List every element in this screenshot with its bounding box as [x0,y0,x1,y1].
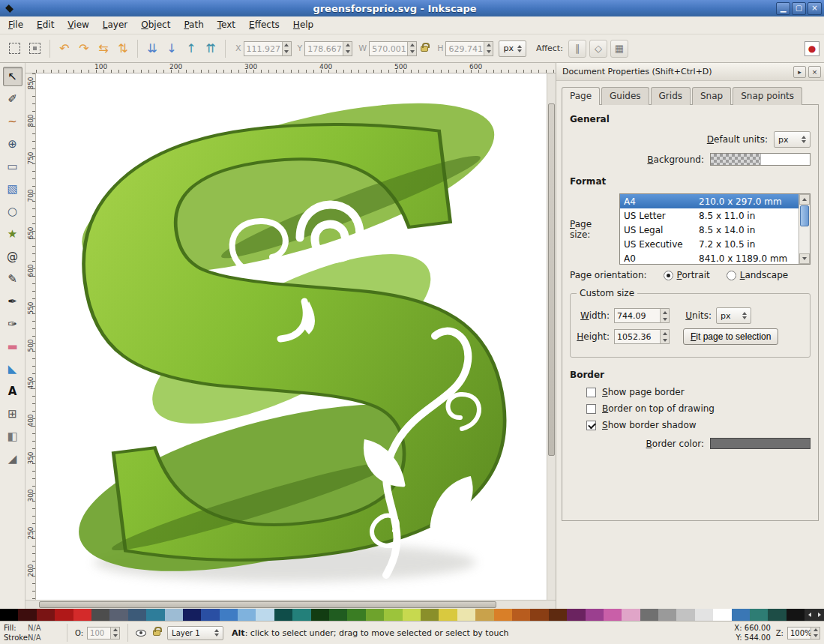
list-scroll-thumb[interactable] [800,205,809,226]
border-color-button[interactable] [710,438,811,449]
palette-swatch[interactable] [403,609,421,621]
palette-swatch[interactable] [676,609,694,621]
menu-item-file[interactable]: File [1,16,30,34]
palette-swatch[interactable] [494,609,512,621]
units-combo[interactable]: px [499,40,526,57]
palette-swatch[interactable] [567,609,585,621]
palette-swatch[interactable] [457,609,475,621]
scroll-down-icon[interactable] [799,253,810,264]
affect-move-icon[interactable]: ∥ [568,40,586,58]
palette-swatch[interactable] [732,609,750,621]
palette-swatch[interactable] [421,609,439,621]
affect-corners-icon[interactable]: ▦ [610,40,628,58]
custom-width-input[interactable]: 744.09 [614,308,670,323]
vertical-scroll-thumb[interactable] [548,103,555,456]
minimize-button[interactable]: ▁ [776,2,790,15]
palette-swatch[interactable] [201,609,219,621]
palette-swatch[interactable] [695,609,713,621]
spiral-tool[interactable]: @ [3,247,22,266]
palette-swatch[interactable] [37,609,55,621]
menu-item-layer[interactable]: Layer [96,16,134,34]
horizontal-ruler[interactable]: 100200300400500600 [36,63,556,73]
height-spin-buttons[interactable] [484,42,493,55]
connector-tool[interactable]: ⊞ [3,404,22,424]
palette-swatch[interactable] [604,609,622,621]
select-touch-icon[interactable] [25,40,44,58]
palette-swatch[interactable] [366,609,384,621]
selector-tool[interactable]: ↖ [3,67,22,86]
palette-swatch[interactable] [384,609,402,621]
lock-ratio-icon[interactable] [421,46,428,52]
menu-item-view[interactable]: View [61,16,95,34]
palette-swatch[interactable] [146,609,164,621]
tab-grids[interactable]: Grids [651,87,691,105]
palette-swatch[interactable] [512,609,530,621]
height-spin-buttons[interactable] [660,330,669,343]
zoom-tool[interactable]: ⊕ [3,134,22,154]
palette-swatch[interactable] [220,609,238,621]
page-size-row[interactable]: US Legal8.5 x 14.0 in [620,223,799,237]
default-units-combo[interactable]: px [774,131,811,148]
ellipse-tool[interactable]: ○ [3,202,22,221]
panel-close-button[interactable]: × [808,66,821,78]
dropper-tool[interactable]: ◢ [3,449,22,469]
palette-swatch[interactable] [549,609,567,621]
palette-swatch[interactable] [347,609,365,621]
box3d-tool[interactable]: ▧ [3,179,22,199]
palette-swatch[interactable] [439,609,457,621]
stroke-value[interactable]: N/A [28,633,59,643]
palette-swatch[interactable] [109,609,127,621]
palette-swatch[interactable] [475,609,493,621]
menu-item-effects[interactable]: Effects [242,16,286,34]
panel-menu-button[interactable]: ▸ [793,66,806,78]
palette-swatch[interactable] [787,609,805,621]
palette-swatch[interactable] [183,609,201,621]
palette-swatch[interactable] [165,609,183,621]
palette-scroll-right-icon[interactable] [814,609,824,621]
palette-swatch[interactable] [640,609,658,621]
maximize-button[interactable]: ▢ [792,2,806,15]
portrait-radio[interactable]: Portrait [664,270,710,280]
rotate-ccw-icon[interactable]: ↶ [55,40,73,58]
y-input[interactable]: 178.667 [304,41,352,56]
layer-lock-icon[interactable] [153,630,160,636]
tab-snap[interactable]: Snap [692,87,731,105]
page-size-row[interactable]: US Letter8.5 x 11.0 in [620,208,799,223]
star-tool[interactable]: ★ [3,224,22,244]
palette-swatch[interactable] [658,609,676,621]
palette-swatch[interactable] [292,609,310,621]
custom-units-combo[interactable]: px [716,307,751,324]
menu-item-path[interactable]: Path [177,16,210,34]
palette-swatch[interactable] [91,609,109,621]
rotate-cw-icon[interactable]: ↷ [75,40,93,58]
palette-swatch[interactable] [18,609,36,621]
fill-value[interactable]: N/A [28,623,59,633]
menu-item-text[interactable]: Text [211,16,242,34]
x-input[interactable]: 111.927 [244,41,292,56]
opacity-input[interactable]: 100 [87,627,120,640]
page-size-row[interactable]: A4210.0 x 297.0 mm [620,194,799,208]
palette-swatch[interactable] [311,609,329,621]
page-size-list[interactable]: A4210.0 x 297.0 mmUS Letter8.5 x 11.0 in… [619,193,811,265]
canvas[interactable]: S [36,73,547,600]
custom-height-input[interactable]: 1052.36 [614,329,670,344]
page-size-row[interactable]: US Executive7.2 x 10.5 in [620,237,799,251]
checkbox-border-on-top-of-drawing[interactable]: Border on top of drawing [586,403,811,414]
palette-swatch[interactable] [73,609,91,621]
eraser-tool[interactable]: ▬ [3,337,22,356]
tab-page[interactable]: Page [562,87,600,105]
bezier-pen-tool[interactable]: ✒ [3,292,22,311]
palette-swatch[interactable] [713,609,731,621]
page-size-row[interactable]: A0841.0 x 1189.0 mm [620,251,799,264]
pencil-tool[interactable]: ✎ [3,269,22,289]
layer-selector[interactable]: Layer 1 [167,626,223,640]
select-rubberband-icon[interactable] [5,40,24,58]
landscape-radio[interactable]: Landscape [727,270,788,280]
palette-swatch[interactable] [530,609,548,621]
canvas-vertical-scrollbar[interactable] [547,73,556,600]
tab-snap-points[interactable]: Snap points [733,87,802,105]
width-spin-buttons[interactable] [660,309,669,322]
palette-swatch[interactable] [0,609,18,621]
palette-swatch[interactable] [274,609,292,621]
close-button[interactable]: × [808,2,822,15]
